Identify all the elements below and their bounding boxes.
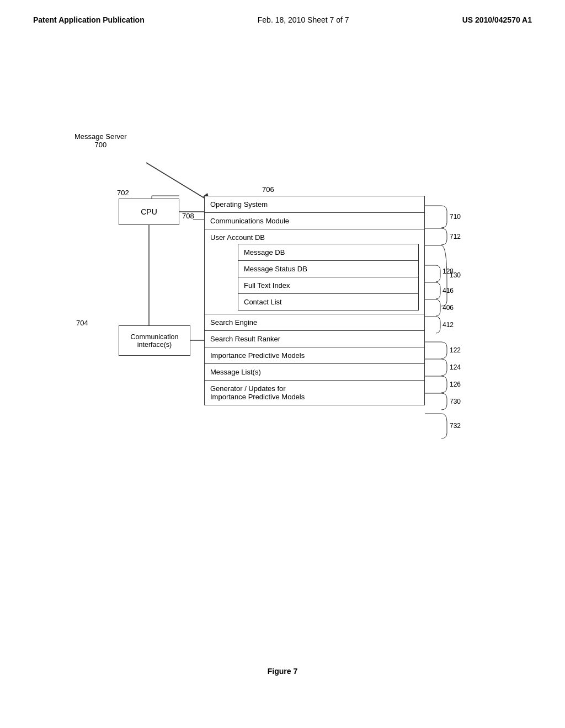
svg-text:730: 730	[450, 398, 461, 405]
row-importance-predictive-models: Importance Predictive Models	[205, 347, 424, 364]
svg-text:406: 406	[443, 304, 454, 312]
svg-text:128: 128	[443, 267, 454, 275]
msg-server-label: Message Server 700	[74, 132, 127, 149]
svg-line-0	[146, 163, 210, 201]
header-center: Feb. 18, 2010 Sheet 7 of 7	[258, 15, 349, 24]
row-user-account-db: User Account DB Message DB Message Statu…	[205, 229, 424, 311]
svg-text:732: 732	[450, 422, 461, 430]
row-search-result-ranker: Search Result Ranker	[205, 331, 424, 347]
svg-text:416: 416	[443, 287, 454, 295]
row-message-db: Message DB	[238, 244, 418, 261]
row-operating-system: Operating System	[205, 196, 424, 213]
svg-text:130: 130	[450, 271, 461, 279]
row-full-text-index: Full Text Index	[238, 277, 418, 294]
label-704: 704	[76, 319, 88, 327]
row-contact-list: Contact List	[238, 294, 418, 310]
row-communications-module: Communications Module	[205, 213, 424, 229]
svg-text:126: 126	[450, 381, 461, 388]
svg-text:712: 712	[450, 233, 461, 240]
svg-text:710: 710	[450, 213, 461, 221]
main-outer-box: Operating System Communications Module U…	[204, 196, 425, 405]
comm-interface-box: Communicationinterface(s)	[119, 325, 190, 356]
row-message-status-db: Message Status DB	[238, 261, 418, 277]
inner-box: Message DB Message Status DB Full Text I…	[238, 244, 419, 311]
label-702: 702	[117, 189, 129, 197]
row-message-lists: Message List(s)	[205, 364, 424, 381]
svg-text:124: 124	[450, 363, 461, 371]
label-706: 706	[262, 185, 274, 194]
row-search-engine: Search Engine	[205, 314, 424, 331]
label-708: 708	[182, 212, 194, 220]
cpu-box: CPU	[119, 199, 179, 225]
page-header: Patent Application Publication Feb. 18, …	[0, 0, 565, 24]
figure-caption: Figure 7	[0, 667, 565, 676]
diagram-area: 710 712 130 128 416 406 412 122 124	[33, 77, 530, 574]
row-generator-updates: Generator / Updates forImportance Predic…	[205, 381, 424, 405]
header-left: Patent Application Publication	[33, 15, 145, 24]
svg-text:122: 122	[450, 346, 461, 354]
svg-text:412: 412	[443, 321, 454, 329]
header-right: US 2010/042570 A1	[462, 15, 532, 24]
